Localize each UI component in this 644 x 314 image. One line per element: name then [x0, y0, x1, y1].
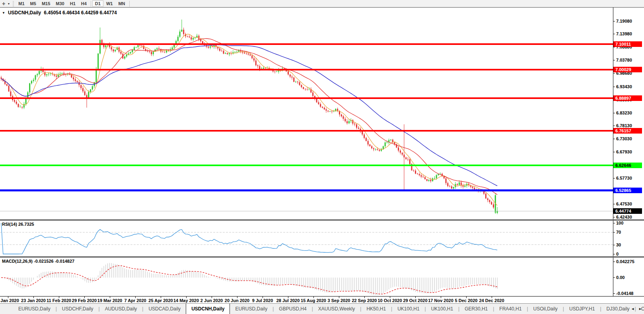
timeframe-button-m1[interactable]: M1 [16, 0, 27, 7]
chevron-down-icon[interactable]: ▼ [6, 2, 11, 5]
price-tick [613, 47, 615, 47]
price-level-badge: 6.76157 [613, 128, 642, 134]
tab-scroll-arrows: ◄ ► [631, 303, 642, 314]
date-label: 29 Feb 2020 [72, 298, 97, 303]
price-tick [613, 178, 615, 178]
date-label: 25 Apr 2020 [148, 298, 173, 303]
macd-tick [613, 293, 615, 294]
date-label: 29 Oct 2020 [403, 298, 427, 303]
date-label: 19 Mar 2020 [97, 298, 122, 303]
toolbar: ✚ ▼ M1M5M15M30H1H4D1W1MN [0, 0, 644, 8]
chart-tab-usdcad-daily[interactable]: USDCAD,Daily [143, 304, 186, 314]
main-chart-panel[interactable] [0, 8, 613, 219]
rsi-tick-label: 0 [616, 252, 619, 256]
price-tick-label: 6.83230 [616, 110, 632, 115]
timeframe-button-h1[interactable]: H1 [67, 0, 78, 7]
macd-tick-label: -0.04148 [616, 291, 633, 296]
chart-tab-hk50-h1[interactable]: HK50,H1 [361, 304, 391, 314]
chart-tab-dj30-daily[interactable]: DJ30,Daily [601, 304, 635, 314]
chart-tab-fra40-h1[interactable]: FRA40,H1 [494, 304, 527, 314]
tab-scroll-left-icon[interactable]: ◄ [631, 307, 634, 311]
rsi-tick-label: 30 [616, 242, 621, 247]
date-label: 14 May 2020 [173, 298, 199, 303]
timeframe-button-m15[interactable]: M15 [39, 0, 53, 7]
timeframe-button-mn[interactable]: MN [115, 0, 128, 7]
cursor-crosshair-icon[interactable]: ✚ [1, 0, 6, 7]
rsi-tick [613, 223, 615, 223]
price-tick [613, 126, 615, 126]
rsi-chart[interactable] [0, 221, 613, 256]
toolbar-grip[interactable] [13, 1, 14, 6]
macd-panel[interactable] [0, 258, 613, 296]
price-tick-label: 6.47530 [616, 202, 632, 206]
date-label: 28 Jul 2020 [276, 298, 300, 303]
macd-chart[interactable] [0, 258, 613, 296]
price-tick [613, 34, 615, 34]
chart-tab-uk100-h1[interactable]: UK100,H1 [392, 304, 424, 314]
date-label: 11 Feb 2020 [47, 298, 71, 303]
rsi-label: RSI(14) 26.7325 [2, 222, 34, 227]
timeframe-button-m5[interactable]: M5 [27, 0, 39, 7]
price-tick-label: 7.03780 [616, 58, 632, 62]
date-label: 7 Apr 2020 [124, 298, 146, 303]
date-label: 9 Jul 2020 [252, 298, 273, 303]
date-axis[interactable]: 4 Jan 202023 Jan 202011 Feb 202029 Feb 2… [0, 296, 644, 303]
rsi-tick [613, 254, 615, 254]
timeframe-button-d1[interactable]: D1 [92, 0, 103, 7]
collapse-marker-icon[interactable]: ▼ [2, 11, 5, 15]
price-level-badge: 7.00029 [613, 67, 642, 72]
chart-tab-eurusd-daily[interactable]: EURUSD,Daily [230, 304, 272, 314]
timeframe-button-m30[interactable]: M30 [53, 0, 67, 7]
tab-scroll-right-icon[interactable]: ► [638, 307, 642, 311]
chart-tab-usoil-daily[interactable]: USOil,Daily [528, 304, 563, 314]
chart-tab-audusd-daily[interactable]: AUDUSD,Daily [100, 304, 142, 314]
date-label: 22 Sep 2020 [352, 298, 377, 303]
chart-tab-xauusd-weekly[interactable]: XAUUSD,Weekly [313, 304, 360, 314]
chart-tab-eurusd-daily[interactable]: EURUSD,Daily [13, 304, 56, 314]
price-tick [613, 152, 615, 152]
price-level-badge: 6.52865 [613, 188, 642, 193]
date-label: 15 Aug 2020 [301, 298, 326, 303]
macd-tick-label: 0.042275 [616, 259, 634, 264]
price-level-badge: 6.62646 [613, 163, 642, 168]
chart-tab-gbpusd-h4[interactable]: GBPUSD,H4 [274, 304, 311, 314]
rsi-tick [613, 232, 615, 233]
price-tick [613, 73, 615, 74]
price-tick [613, 139, 615, 139]
price-tick [613, 21, 615, 21]
chart-title: ▼ USDCNH,Daily 6.45054 6.46434 6.44259 6… [2, 10, 117, 16]
timeframe-button-w1[interactable]: W1 [103, 0, 116, 7]
toolbar-separator [91, 1, 91, 7]
date-label: 23 Jan 2020 [21, 298, 46, 303]
price-tick-label: 6.93430 [616, 84, 632, 89]
price-tick [613, 217, 615, 217]
date-label: 2 Jun 2020 [200, 298, 223, 303]
chart-tab-usdjpy-h1[interactable]: USDJPY,H1 [564, 304, 600, 314]
chart-tab-bar: EURUSD,Daily|USDCHF,Daily|AUDUSD,Daily|U… [0, 303, 644, 314]
timeframe-button-h4[interactable]: H4 [78, 0, 89, 7]
chart-tab-ger30-h1[interactable]: GER30,H1 [459, 304, 493, 314]
mt4-window: ✚ ▼ M1M5M15M30H1H4D1W1MN ▼ USDCNH,Daily … [0, 0, 644, 314]
rsi-tick-label: 100 [616, 221, 623, 225]
rsi-tick-label: 70 [616, 230, 621, 235]
timeframe-buttons: M1M5M15M30H1H4D1W1MN [16, 0, 130, 7]
price-tick-label: 6.73030 [616, 136, 632, 141]
chart-tab-uk100-h1[interactable]: UK100,H1 [426, 304, 458, 314]
date-label: 5 Dec 2020 [455, 298, 478, 303]
rsi-panel[interactable] [0, 221, 613, 256]
candlestick-chart[interactable] [0, 8, 613, 219]
price-tick-label: 7.13980 [616, 31, 632, 36]
price-tick [613, 204, 615, 204]
chart-tab-usdcnh-daily[interactable]: USDCNH,Daily [186, 303, 230, 314]
chart-symbol-period: USDCNH,Daily [8, 10, 41, 16]
chart-tab-usdchf-daily[interactable]: USDCHF,Daily [57, 304, 99, 314]
current-price-badge: 6.44774 [613, 208, 642, 214]
chart-ohlc-values: 6.45054 6.46434 6.44259 6.44774 [44, 10, 117, 16]
macd-label: MACD(12,26,9) -0.021526 -0.014827 [2, 259, 74, 264]
date-label: 3 Sep 2020 [328, 298, 350, 303]
price-tick-label: 6.78130 [616, 123, 632, 128]
macd-tick [613, 262, 615, 262]
price-tick [613, 60, 615, 60]
date-label: 24 Dec 2020 [479, 298, 504, 303]
date-label: 20 Jun 2020 [225, 298, 249, 303]
